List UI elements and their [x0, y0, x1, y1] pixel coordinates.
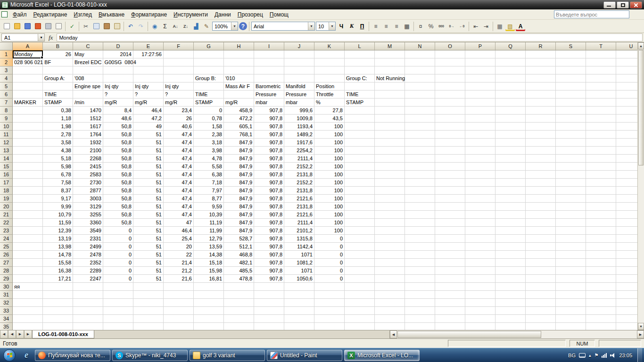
cell-T17[interactable] [586, 179, 616, 187]
cell-F27[interactable]: 21,4 [164, 259, 194, 267]
cell-M22[interactable] [375, 219, 405, 227]
cell-K30[interactable] [314, 283, 345, 291]
cell-F7[interactable]: mg/R [164, 99, 194, 107]
cell-T22[interactable] [586, 219, 616, 227]
cell-Q33[interactable] [495, 307, 526, 315]
cell-P19[interactable] [465, 195, 495, 203]
cell-Q6[interactable] [495, 90, 526, 99]
cell-R14[interactable] [526, 155, 556, 163]
action-center-flag-icon[interactable]: ⚑ [594, 353, 599, 358]
cell-H29[interactable]: 478,8 [224, 275, 254, 283]
cell-M17[interactable] [375, 179, 405, 187]
menu-window[interactable]: Прозорец [234, 10, 266, 19]
question-box-input[interactable] [554, 10, 629, 18]
cell-Q24[interactable] [495, 235, 526, 243]
cell-L29[interactable] [345, 275, 375, 283]
cell-G31[interactable] [194, 291, 224, 299]
cell-P31[interactable] [465, 291, 495, 299]
cell-B28[interactable]: 16,38 [43, 267, 73, 275]
cell-N28[interactable] [405, 267, 435, 275]
cell-L7[interactable]: STAMP [345, 99, 375, 107]
cell-C7[interactable]: /min [73, 99, 103, 107]
cell-E18[interactable]: 51 [133, 187, 164, 195]
formula-input[interactable]: Monday [57, 33, 643, 41]
cell-I20[interactable]: 907,8 [254, 203, 284, 211]
cell-F8[interactable]: 23,4 [164, 107, 194, 115]
cell-T19[interactable] [586, 195, 616, 203]
cell-L15[interactable] [345, 163, 375, 171]
cell-H24[interactable]: 528,7 [224, 235, 254, 243]
row-header-9[interactable]: 9 [0, 115, 13, 123]
cell-P15[interactable] [465, 163, 495, 171]
cell-L34[interactable] [345, 315, 375, 323]
menu-view[interactable]: Изглед [70, 10, 95, 19]
cell-U11[interactable] [616, 131, 637, 139]
cell-D8[interactable]: 8,4 [103, 107, 133, 115]
cell-I28[interactable]: 907,8 [254, 267, 284, 275]
cell-I31[interactable] [254, 291, 284, 299]
cell-O13[interactable] [435, 147, 465, 155]
cell-N29[interactable] [405, 275, 435, 283]
cell-R4[interactable] [526, 74, 556, 82]
cell-Q25[interactable] [495, 243, 526, 251]
cell-G2[interactable] [194, 58, 224, 66]
cell-J23[interactable]: 2101,2 [284, 227, 314, 235]
row-header-26[interactable]: 26 [0, 251, 13, 259]
cell-A11[interactable] [13, 131, 43, 139]
cell-G1[interactable] [194, 50, 224, 58]
menu-data[interactable]: Данни [211, 10, 234, 19]
cell-S2[interactable] [556, 58, 586, 66]
cell-A31[interactable] [13, 291, 43, 299]
cell-D33[interactable] [103, 307, 133, 315]
cell-E24[interactable]: 51 [133, 235, 164, 243]
cell-U4[interactable] [616, 74, 637, 82]
cell-L26[interactable] [345, 251, 375, 259]
cell-Q29[interactable] [495, 275, 526, 283]
sheet-tab[interactable]: LOG-01-008-010-xxx [32, 330, 94, 338]
cell-T8[interactable] [586, 107, 616, 115]
cell-S26[interactable] [556, 251, 586, 259]
cell-Q10[interactable] [495, 123, 526, 131]
cell-P16[interactable] [465, 171, 495, 179]
cell-P25[interactable] [465, 243, 495, 251]
cell-C29[interactable]: 2247 [73, 275, 103, 283]
cell-B32[interactable] [43, 299, 73, 307]
cell-C19[interactable]: 3003 [73, 195, 103, 203]
vertical-scrollbar[interactable]: ▲ ▼ [637, 42, 644, 330]
cell-H35[interactable] [224, 323, 254, 330]
cell-B12[interactable]: 3,58 [43, 139, 73, 147]
cell-E32[interactable] [133, 299, 164, 307]
cell-K29[interactable]: 0 [314, 275, 345, 283]
cell-H10[interactable]: 605,1 [224, 123, 254, 131]
cell-L25[interactable] [345, 243, 375, 251]
cell-R9[interactable] [526, 115, 556, 123]
cell-T32[interactable] [586, 299, 616, 307]
cell-M6[interactable] [375, 90, 405, 99]
cell-A10[interactable] [13, 123, 43, 131]
cell-D1[interactable]: 2014 [103, 50, 133, 58]
cell-N6[interactable] [405, 90, 435, 99]
column-header-Q[interactable]: Q [495, 42, 526, 50]
cell-F34[interactable] [164, 315, 194, 323]
cell-T6[interactable] [586, 90, 616, 99]
cell-J18[interactable]: 2131,8 [284, 187, 314, 195]
cell-A6[interactable] [13, 90, 43, 99]
cell-O8[interactable] [435, 107, 465, 115]
cell-G20[interactable]: 9,59 [194, 203, 224, 211]
undo-icon[interactable]: ↶ [126, 22, 135, 31]
cell-Q1[interactable] [495, 50, 526, 58]
cell-M19[interactable] [375, 195, 405, 203]
cell-T21[interactable] [586, 211, 616, 219]
clock[interactable]: 23:05 [619, 353, 632, 358]
cell-H3[interactable] [224, 66, 254, 74]
cell-E8[interactable]: 46,4 [133, 107, 164, 115]
cell-Q26[interactable] [495, 251, 526, 259]
cell-K32[interactable] [314, 299, 345, 307]
print-preview-icon[interactable] [54, 22, 63, 31]
cell-D24[interactable]: 0 [103, 235, 133, 243]
cell-R12[interactable] [526, 139, 556, 147]
cell-F15[interactable]: 47,4 [164, 163, 194, 171]
cell-U3[interactable] [616, 66, 637, 74]
cell-F31[interactable] [164, 291, 194, 299]
cell-H22[interactable]: 847,9 [224, 219, 254, 227]
